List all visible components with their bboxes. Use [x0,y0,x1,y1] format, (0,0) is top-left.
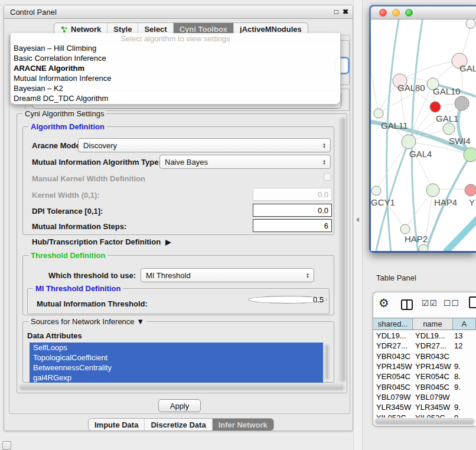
algorithm-option-bayesian-hill-climbing[interactable]: Bayesian – Hill Climbing [11,43,340,53]
split-view-icon[interactable] [401,299,413,310]
attributes-scrollbar[interactable] [324,344,330,380]
tab-impute-data[interactable]: Impute Data [89,419,144,431]
dpi-tolerance-field[interactable]: 0.0 [253,204,332,217]
algorithm-option-bayesian-k2[interactable]: Bayesian – K2 [11,83,340,93]
algorithm-option-dream8-dc-tdc-algorithm[interactable]: Dream8 DC_TDC Algorithm [11,93,340,103]
network-node-gcy1[interactable] [371,186,381,195]
export-table-icon[interactable] [469,296,476,308]
tab-label: Select [144,25,167,34]
table-cell: 12 [453,341,476,351]
mi-threshold-value: 0.5 [313,295,324,304]
algorithm-option-mutual-information-inference[interactable]: Mutual Information Inference [11,73,340,83]
control-panel-window: Control Panel □ ✖ NetworkStyleSelectCyni… [4,5,353,431]
kernel-width-field[interactable]: 0.0 [253,188,332,201]
node-label-gal10: GAL10 [433,86,461,96]
tab-label: Network [71,25,101,34]
settings-vertical-scrollbar[interactable] [339,117,346,383]
node-label-gal11: GAL11 [381,120,408,131]
data-attributes-list[interactable]: SelfLoopsTopologicalCoefficientBetweenne… [30,343,323,383]
hub-definition-label: Hub/Transcription Factor Definition [32,237,161,246]
table-row[interactable]: YER054CYER054C8. [373,371,476,381]
unselect-all-columns-icon[interactable]: ☐☐ [444,298,459,308]
splitter-grip-icon[interactable] [356,217,359,222]
algorithm-option-aracne-algorithm[interactable]: ARACNE Algorithm [11,63,340,73]
attribute-item-betweennesscentrality[interactable]: BetweennessCentrality [30,363,323,373]
table-horizontal-scrollbar[interactable] [374,418,475,425]
gear-icon[interactable]: ⚙ [379,296,389,310]
network-node-gal4[interactable] [402,135,416,149]
aracne-mode-value: Discovery [83,141,117,150]
select-all-columns-icon[interactable]: ☑☑ [422,298,438,308]
aracne-mode-label: Aracne Mode: [32,141,83,150]
mi-threshold-label: Mutual Information Threshold: [37,299,148,308]
collapsed-panel-icon[interactable] [2,441,11,450]
network-node[interactable] [430,102,441,112]
node-label-gal80: GAL80 [397,83,425,93]
network-node-swi4[interactable] [464,148,476,162]
table-row[interactable]: YBR043CYBR043C [373,351,476,361]
network-node-hap4[interactable] [426,184,439,197]
network-node-y[interactable] [465,184,476,196]
expand-arrow-icon: ▶ [165,238,171,246]
table-cell: YBL079W [413,392,453,402]
table-header-row: shared...nameA [373,318,476,330]
attribute-item-gal4rgexp[interactable]: gal4RGexp [30,373,323,383]
close-window-button[interactable]: ✖ [343,8,348,16]
dpi-tolerance-label: DPI Tolerance [0,1]: [32,206,103,216]
network-window-titlebar[interactable] [371,6,476,19]
table-row[interactable]: YPR145WYPR145W9. [373,361,476,371]
network-node-gal11[interactable] [374,109,383,118]
aracne-mode-select[interactable]: Discovery ▴▾ [78,138,331,152]
table-row[interactable]: YLR345WYLR345W9. [373,402,476,412]
table-row[interactable]: YDL19...YDL19...13 [373,331,476,341]
network-canvas[interactable]: GALGAL80GAL10GAL1GAL11SWI4GAL4GCY1HAP4YH… [371,19,476,251]
attribute-item-selfloops[interactable]: SelfLoops [30,343,323,353]
algorithm-dropdown-placeholder: Select algorithm to view settings [11,33,340,43]
algorithm-option-basic-correlation-inference[interactable]: Basic Correlation Inference [11,53,340,63]
table-cell: YDR27... [373,341,413,351]
table-cell [453,392,476,402]
float-window-button[interactable]: □ [334,8,338,16]
control-panel-titlebar[interactable]: Control Panel □ ✖ [4,5,353,19]
minimize-traffic-light-icon[interactable] [392,9,400,17]
table-cell: YBL079W [373,392,413,402]
data-attributes-label: Data Attributes [27,331,82,340]
table-row[interactable]: YIL052CYIL052C9 [373,412,476,418]
column-header-a[interactable]: A [453,318,476,330]
manual-kernel-checkbox[interactable] [324,173,331,181]
mi-steps-label: Mutual Information Steps: [32,221,126,231]
hub-definition-expander[interactable]: Hub/Transcription Factor Definition ▶ [32,237,171,246]
sources-legend-label: Sources for Network Inference [31,317,135,326]
table-cell: 8. [453,371,476,381]
sources-legend[interactable]: Sources for Network Inference ▼ [28,317,146,326]
collapse-arrow-icon: ▼ [136,317,144,326]
panel-splitter[interactable] [353,0,363,450]
table-row[interactable]: YBR045CYBR045C9. [373,381,476,392]
network-node-gal1[interactable] [443,123,455,135]
network-node[interactable] [466,19,475,28]
tab-label: jActiveMNodules [240,25,302,34]
tab-infer-network[interactable]: Infer Network [212,419,273,431]
tab-discretize-data[interactable]: Discretize Data [144,419,211,431]
table-row[interactable]: YBL079WYBL079W [373,392,476,402]
network-node[interactable] [419,244,428,251]
mi-threshold-field[interactable]: 0.5 [248,296,327,304]
column-header-name[interactable]: name [413,318,453,330]
column-header-shared[interactable]: shared... [373,318,413,330]
apply-button[interactable]: Apply [158,399,201,412]
mi-algorithm-type-select[interactable]: Naive Bayes ▴▾ [159,155,331,169]
attribute-item-topologicalcoefficient[interactable]: TopologicalCoefficient [30,353,323,363]
mi-steps-field[interactable]: 6 [253,219,332,232]
zoom-traffic-light-icon[interactable] [405,9,413,17]
which-threshold-select[interactable]: MI Threshold ▴▾ [141,268,314,282]
close-traffic-light-icon[interactable] [379,9,387,17]
table-cell: 9. [453,381,476,392]
table-body: YDL19...YDL19...13YDR27...YDR27...12YBR0… [373,331,476,418]
network-node[interactable] [455,96,469,110]
network-node-hap2[interactable] [400,224,410,234]
table-cell: YDL19... [413,331,453,341]
table-cell: 13 [453,331,476,341]
settings-horizontal-scrollbar[interactable] [19,384,345,391]
table-row[interactable]: YDR27...YDR27...12 [373,341,476,351]
node-label-gal1: GAL1 [436,113,458,123]
